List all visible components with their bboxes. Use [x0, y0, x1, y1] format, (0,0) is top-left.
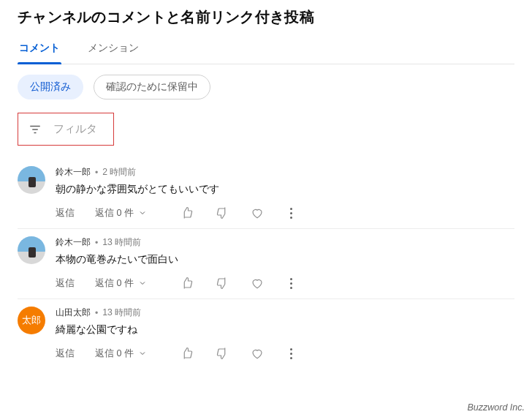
filter-button[interactable]: フィルタ: [18, 113, 114, 146]
avatar-letter: 太郎: [18, 307, 45, 334]
avatar-photo: [18, 166, 45, 194]
comment-actions: 返信 返信 0 件: [56, 206, 514, 219]
replies-prefix: 返信: [95, 348, 114, 358]
tab-bar: コメント メンション: [18, 37, 514, 64]
thumbs-up-icon: [180, 347, 194, 360]
more-menu-button[interactable]: [286, 278, 297, 289]
dislike-button[interactable]: [216, 347, 229, 360]
reply-count: 0: [116, 208, 121, 218]
chevron-down-icon: [138, 279, 147, 288]
heart-icon: [251, 206, 264, 219]
heart-button[interactable]: [251, 277, 264, 290]
avatar[interactable]: [18, 236, 45, 264]
thumbs-up-icon: [180, 206, 194, 219]
replies-suffix: 件: [124, 278, 134, 288]
comment-author[interactable]: 鈴木一郎: [56, 166, 91, 179]
reply-button[interactable]: 返信: [56, 207, 75, 219]
comment-actions: 返信 返信 0 件: [56, 347, 514, 360]
reply-button[interactable]: 返信: [56, 277, 75, 290]
thumbs-down-icon: [216, 277, 229, 290]
comment-text: 本物の竜巻みたいで面白い: [56, 253, 514, 266]
filter-icon: [28, 123, 42, 136]
tab-mentions[interactable]: メンション: [86, 37, 140, 64]
more-menu-button[interactable]: [286, 208, 297, 219]
replies-suffix: 件: [124, 348, 134, 358]
reply-count: 0: [116, 278, 121, 288]
comment-actions: 返信 返信 0 件: [56, 277, 514, 290]
heart-icon: [251, 277, 264, 290]
comment-row: 鈴木一郎 • 13 時間前 本物の竜巻みたいで面白い 返信 返信 0 件: [18, 229, 514, 299]
comment-timestamp: 13 時間前: [102, 307, 141, 319]
replies-prefix: 返信: [95, 208, 114, 218]
comment-header: 鈴木一郎 • 2 時間前: [56, 166, 514, 179]
like-button[interactable]: [180, 277, 194, 290]
comment-text: 綺麗な公園ですね: [56, 323, 514, 337]
footer-attribution: Buzzword Inc.: [467, 402, 525, 413]
comment-text: 朝の静かな雰囲気がとてもいいです: [56, 183, 514, 196]
chip-held-for-review[interactable]: 確認のために保留中: [94, 75, 210, 99]
thumbs-up-icon: [180, 277, 194, 290]
chevron-down-icon: [138, 349, 147, 358]
comment-author[interactable]: 山田太郎: [56, 307, 91, 319]
tab-comments[interactable]: コメント: [18, 37, 61, 64]
comment-author[interactable]: 鈴木一郎: [56, 236, 91, 249]
avatar[interactable]: [18, 166, 45, 194]
replies-toggle[interactable]: 返信 0 件: [95, 277, 147, 290]
comment-header: 鈴木一郎 • 13 時間前: [56, 236, 514, 249]
page-title: チャンネルのコメントと名前リンク付き投稿: [18, 7, 514, 27]
thumbs-down-icon: [216, 347, 229, 360]
filter-label: フィルタ: [53, 122, 97, 136]
heart-button[interactable]: [251, 206, 264, 219]
dislike-button[interactable]: [216, 206, 229, 219]
comment-row: 鈴木一郎 • 2 時間前 朝の静かな雰囲気がとてもいいです 返信 返信 0 件: [18, 159, 514, 229]
comment-timestamp: 2 時間前: [102, 166, 136, 179]
status-chip-row: 公開済み 確認のために保留中: [18, 75, 514, 99]
comment-list: 鈴木一郎 • 2 時間前 朝の静かな雰囲気がとてもいいです 返信 返信 0 件: [18, 159, 514, 369]
reply-button[interactable]: 返信: [56, 348, 75, 360]
replies-toggle[interactable]: 返信 0 件: [95, 348, 147, 360]
replies-suffix: 件: [124, 208, 134, 218]
dislike-button[interactable]: [216, 277, 229, 290]
chip-published[interactable]: 公開済み: [18, 75, 83, 99]
more-menu-button[interactable]: [286, 348, 297, 359]
separator-dot: •: [95, 238, 98, 248]
avatar[interactable]: 太郎: [18, 307, 45, 334]
like-button[interactable]: [180, 206, 194, 219]
comment-timestamp: 13 時間前: [102, 236, 141, 249]
comment-header: 山田太郎 • 13 時間前: [56, 307, 514, 319]
separator-dot: •: [95, 168, 98, 178]
reply-count: 0: [116, 348, 121, 358]
comment-row: 太郎 山田太郎 • 13 時間前 綺麗な公園ですね 返信 返信 0 件: [18, 299, 514, 369]
thumbs-down-icon: [216, 206, 229, 219]
replies-prefix: 返信: [95, 278, 114, 288]
avatar-photo: [18, 236, 45, 264]
chevron-down-icon: [138, 209, 147, 217]
like-button[interactable]: [180, 347, 194, 360]
separator-dot: •: [95, 308, 98, 318]
heart-button[interactable]: [251, 347, 264, 360]
replies-toggle[interactable]: 返信 0 件: [95, 207, 147, 219]
heart-icon: [251, 347, 264, 360]
